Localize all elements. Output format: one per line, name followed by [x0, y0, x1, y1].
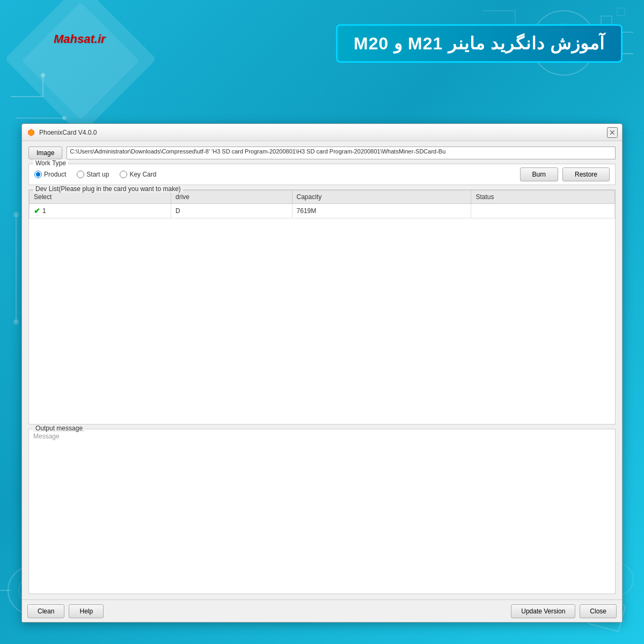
- radio-startup-input[interactable]: [77, 171, 84, 178]
- application-window: PhoenixCard V4.0.0 ✕ Image C:\Users\Admi…: [21, 123, 623, 623]
- title-bar: PhoenixCard V4.0.0 ✕: [22, 124, 622, 141]
- col-drive: drive: [171, 191, 292, 204]
- cell-drive: D: [171, 204, 292, 218]
- cell-capacity: 7619M: [292, 204, 471, 218]
- radio-startup[interactable]: Start up: [77, 171, 109, 178]
- update-version-button[interactable]: Update Version: [511, 604, 575, 618]
- work-type-section: Work Type Product Start up Key Card Burn…: [28, 164, 616, 185]
- output-section: Output message Message: [28, 429, 616, 594]
- help-button[interactable]: Help: [69, 604, 104, 618]
- col-status: Status: [471, 191, 615, 204]
- radio-keycard-input[interactable]: [120, 171, 127, 178]
- clean-button[interactable]: Clean: [27, 604, 64, 618]
- col-capacity: Capacity: [292, 191, 471, 204]
- image-button[interactable]: Image: [28, 147, 62, 159]
- cell-status: [471, 204, 615, 218]
- svg-point-27: [13, 212, 19, 217]
- device-table: Select drive Capacity Status ✔ 1D7619M: [29, 190, 615, 218]
- app-title: PhoenixCard V4.0.0: [39, 129, 97, 136]
- restore-button[interactable]: Restore: [562, 167, 610, 181]
- radio-keycard[interactable]: Key Card: [120, 171, 156, 178]
- radio-product-input[interactable]: [34, 171, 42, 178]
- content-area: Image C:\Users\Administrator\Downloads\C…: [22, 141, 622, 599]
- cell-select: ✔ 1: [30, 204, 171, 218]
- file-path-display: C:\Users\Administrator\Downloads\Compres…: [67, 147, 616, 159]
- radio-product[interactable]: Product: [34, 171, 66, 178]
- action-buttons: Burn Restore: [520, 167, 610, 181]
- image-row: Image C:\Users\Administrator\Downloads\C…: [28, 147, 616, 159]
- radio-keycard-label: Key Card: [129, 171, 156, 178]
- window-close-button[interactable]: ✕: [607, 127, 618, 138]
- radio-group: Product Start up Key Card: [34, 171, 520, 178]
- logo-text: Mahsat.ir: [54, 32, 106, 46]
- app-icon: [26, 128, 36, 137]
- close-button[interactable]: Close: [580, 604, 617, 618]
- bottom-bar: Clean Help Update Version Close: [22, 599, 622, 622]
- message-label: Message: [29, 429, 615, 443]
- radio-startup-label: Start up: [86, 171, 109, 178]
- work-type-label: Work Type: [33, 159, 68, 167]
- logo-area: Mahsat.ir: [54, 32, 106, 46]
- header-area: Mahsat.ir آموزش دانگرید ماینر M21 و M20: [0, 0, 644, 129]
- radio-product-label: Product: [44, 171, 66, 178]
- checkbox-checked: ✔: [34, 207, 40, 215]
- output-label: Output message: [33, 425, 85, 432]
- dev-list-section: Dev List(Please plug in the card you wan…: [28, 189, 616, 425]
- page-title: آموزش دانگرید ماینر M21 و M20: [354, 33, 605, 54]
- burn-button[interactable]: Burn: [520, 167, 558, 181]
- table-row: ✔ 1D7619M: [30, 204, 615, 218]
- title-banner: آموزش دانگرید ماینر M21 و M20: [336, 24, 623, 63]
- dev-list-label: Dev List(Please plug in the card you wan…: [33, 185, 183, 193]
- message-area: [29, 443, 615, 594]
- svg-point-28: [13, 319, 19, 325]
